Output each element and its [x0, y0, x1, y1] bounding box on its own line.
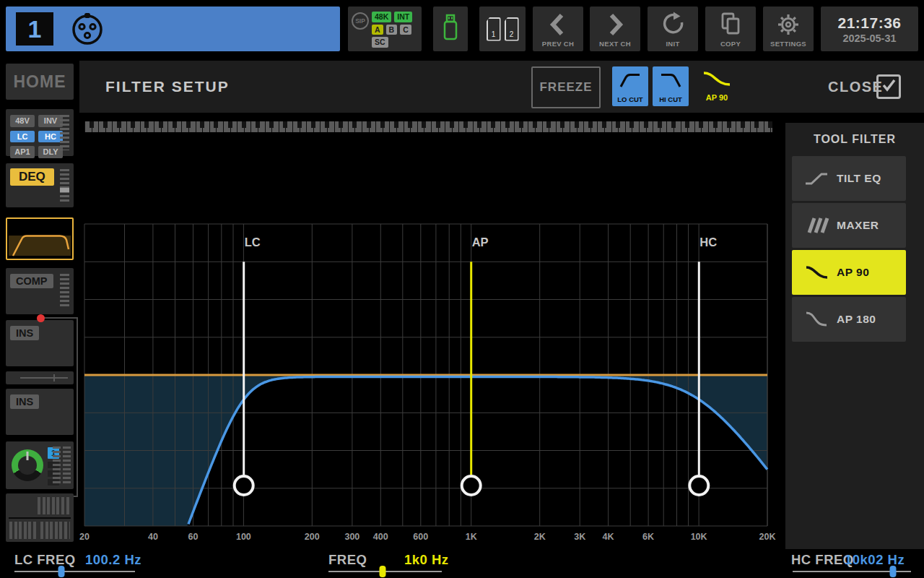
tool-ap90-label: AP 90	[837, 266, 869, 279]
tilt-eq-icon	[803, 168, 829, 189]
sync-source-badge: INT	[394, 12, 412, 22]
gate-meter	[53, 447, 61, 484]
tool-tilt-eq-button[interactable]: TILT EQ	[792, 156, 906, 201]
lc-freq-slider[interactable]	[14, 571, 135, 572]
tool-tilt-eq-label: TILT EQ	[837, 172, 881, 185]
clock-time: 21:17:36	[837, 14, 901, 32]
svg-text:10K: 10K	[691, 532, 707, 542]
sample-rate-badge: 48K	[372, 12, 391, 22]
next-channel-button[interactable]: NEXT CH	[590, 7, 640, 51]
ap-freq-label: FREQ	[328, 552, 367, 568]
ap-freq-slider[interactable]	[328, 571, 442, 572]
tool-ap180-label: AP 180	[837, 313, 876, 326]
svg-text:AP: AP	[472, 236, 489, 249]
svg-text:2K: 2K	[534, 532, 546, 542]
usb-tile[interactable]	[433, 7, 468, 51]
deq-badge: DEQ	[10, 168, 54, 186]
channel-header[interactable]: 1	[6, 7, 340, 51]
meter-bars	[38, 497, 70, 514]
hc-freq-slider-handle[interactable]	[890, 566, 897, 577]
init-button[interactable]: INIT	[648, 7, 698, 51]
filter-section-selected[interactable]	[6, 217, 74, 260]
console-screen: 1 SIP 48K INT A B C	[0, 0, 924, 578]
svg-text:40: 40	[148, 532, 158, 542]
settings-label: SETTINGS	[763, 40, 814, 48]
badge-inv: INV	[38, 115, 63, 127]
insert-wire	[43, 317, 78, 319]
svg-text:300: 300	[344, 532, 359, 542]
lc-freq-value: 100.2 Hz	[85, 552, 141, 568]
copy-button[interactable]: COPY	[705, 7, 756, 51]
usb-icon	[441, 13, 460, 45]
comp-badge: COMP	[10, 274, 53, 288]
filter-response-chart[interactable]: LCAPHC2040601002003004006001K2K3K4K6K10K…	[82, 221, 774, 546]
filter-setup-header: FILTER SETUP FREEZE LO CUT HI CUT AP 90 …	[79, 61, 924, 113]
gate-section[interactable]: 1	[6, 441, 74, 489]
copy-label: COPY	[705, 40, 756, 48]
lo-cut-button[interactable]: LO CUT	[612, 66, 648, 106]
ap-drag-handle[interactable]	[462, 476, 481, 495]
sip-indicator: SIP	[352, 12, 369, 30]
card-2-icon: 2	[505, 17, 519, 41]
maxer-icon	[803, 215, 829, 236]
mini-fader[interactable]	[6, 371, 74, 384]
insert-point-indicator	[37, 314, 45, 322]
insert-wire	[77, 317, 78, 497]
svg-text:400: 400	[373, 532, 388, 542]
ap-freq-slider-handle[interactable]	[380, 566, 386, 577]
xlr-input-icon	[71, 12, 104, 46]
svg-text:6K: 6K	[642, 532, 654, 542]
layer-c-badge: C	[400, 25, 411, 35]
badge-48v: 48V	[10, 115, 35, 127]
allpass-mode-indicator: AP 90	[697, 69, 736, 102]
insert-1-section[interactable]: INS	[6, 320, 74, 366]
meter-divider	[9, 517, 71, 519]
lc-drag-handle[interactable]	[235, 476, 253, 495]
svg-text:1K: 1K	[466, 532, 477, 542]
svg-text:600: 600	[413, 532, 428, 542]
svg-text:200: 200	[305, 532, 320, 542]
ap-freq-value: 1k0 Hz	[404, 552, 449, 568]
next-channel-label: NEXT CH	[590, 40, 640, 48]
clock-date: 2025-05-31	[842, 33, 896, 44]
deq-meter	[60, 169, 69, 202]
lc-freq-slider-handle[interactable]	[58, 566, 65, 577]
hi-cut-button[interactable]: HI CUT	[653, 66, 689, 106]
hi-cut-curve-icon	[659, 72, 682, 92]
config-section[interactable]: 48V INV LC HC AP1 DLY	[6, 109, 74, 156]
filter-response-graph[interactable]: LCAPHC2040601002003004006001K2K3K4K6K10K…	[82, 221, 774, 546]
hc-drag-handle[interactable]	[689, 476, 708, 495]
insert-2-section[interactable]: INS	[6, 389, 74, 435]
badge-ap1: AP1	[10, 146, 35, 158]
insert-1-badge: INS	[10, 326, 39, 340]
svg-text:20K: 20K	[759, 532, 776, 542]
home-button[interactable]: HOME	[6, 64, 74, 100]
mini-fader-track	[20, 377, 68, 379]
channel-strip-sidebar: HOME 48V INV LC HC AP1 DLY DEQ	[0, 58, 79, 549]
comp-section[interactable]: COMP	[6, 268, 74, 314]
lo-cut-curve-icon	[619, 72, 642, 92]
piano-frequency-strip	[84, 121, 772, 132]
clock-tile: 21:17:36 2025-05-31	[821, 7, 918, 51]
settings-button[interactable]: SETTINGS	[763, 7, 814, 51]
hi-cut-label: HI CUT	[659, 95, 682, 103]
gain-knob[interactable]	[12, 449, 43, 481]
deq-section[interactable]: DEQ	[6, 163, 74, 207]
close-button[interactable]	[876, 74, 901, 99]
prev-channel-button[interactable]: PREV CH	[533, 7, 583, 51]
meter-bars	[9, 522, 37, 539]
layer-b-badge: B	[386, 25, 398, 35]
init-label: INIT	[648, 40, 698, 48]
svg-text:60: 60	[188, 532, 199, 542]
cards-tile[interactable]: 1 2	[479, 7, 526, 51]
sidecar-badge: SC	[372, 37, 388, 48]
badge-hc: HC	[38, 131, 63, 143]
tool-maxer-button[interactable]: MAXER	[792, 203, 906, 248]
meter-bars	[40, 522, 70, 539]
allpass-curve-icon	[702, 69, 732, 92]
hc-freq-slider[interactable]	[793, 571, 911, 572]
tool-ap90-button-selected[interactable]: AP 90	[792, 250, 906, 295]
config-meter	[60, 115, 69, 150]
freeze-button[interactable]: FREEZE	[531, 66, 601, 108]
tool-ap180-button[interactable]: AP 180	[792, 297, 906, 342]
